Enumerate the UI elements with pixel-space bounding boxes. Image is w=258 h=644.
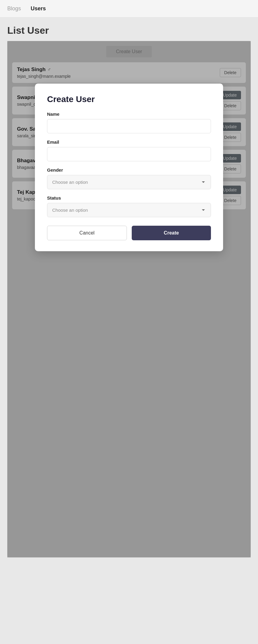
list-area: Create User Tejas Singh ♂ tejas_singh@ma… <box>7 41 251 557</box>
nav-users[interactable]: Users <box>31 5 46 12</box>
status-label: Status <box>47 195 211 200</box>
nav-blogs[interactable]: Blogs <box>7 5 21 12</box>
gender-form-group: Gender Choose an option Male Female Othe… <box>47 167 211 189</box>
name-input[interactable] <box>47 119 211 133</box>
page-title: List User <box>0 18 258 41</box>
email-form-group: Email <box>47 139 211 161</box>
modal-actions: Cancel Create <box>47 226 211 240</box>
cancel-button[interactable]: Cancel <box>47 226 127 240</box>
name-label: Name <box>47 111 211 117</box>
email-label: Email <box>47 139 211 145</box>
name-form-group: Name <box>47 111 211 133</box>
status-form-group: Status Choose an option Active Inactive <box>47 195 211 217</box>
modal-overlay: Create User Name Email Gender Choose an … <box>7 41 251 557</box>
gender-label: Gender <box>47 167 211 173</box>
navbar: Blogs Users <box>0 0 258 18</box>
gender-select[interactable]: Choose an option Male Female Other <box>47 175 211 189</box>
status-select[interactable]: Choose an option Active Inactive <box>47 203 211 217</box>
create-button[interactable]: Create <box>132 226 211 240</box>
email-input[interactable] <box>47 147 211 161</box>
modal-title: Create User <box>47 94 211 104</box>
create-user-modal: Create User Name Email Gender Choose an … <box>35 84 223 251</box>
